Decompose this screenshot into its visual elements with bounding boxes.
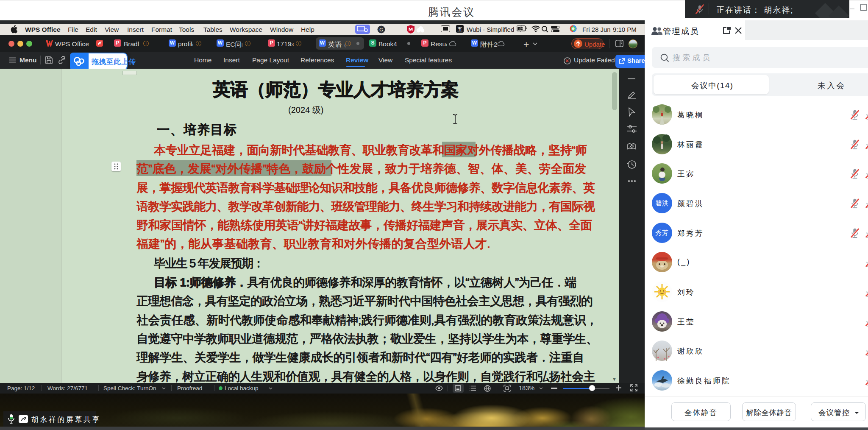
svg-text:G: G — [379, 27, 383, 32]
